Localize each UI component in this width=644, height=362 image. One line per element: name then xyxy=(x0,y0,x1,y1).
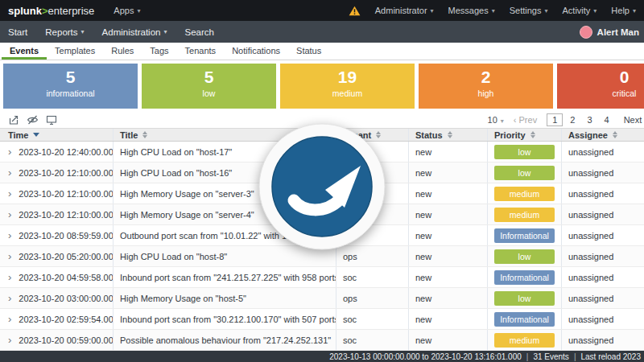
title-cell: High CPU Load on "host-8" xyxy=(113,246,336,266)
time-value: 2023-10-20 12:10:00.000 xyxy=(19,210,113,220)
table-row[interactable]: ›2023-10-20 08:59:59.000Outbound port sc… xyxy=(0,225,644,246)
administrator-menu[interactable]: Administrator▾ xyxy=(375,6,434,15)
table-row[interactable]: ›2023-10-20 12:10:00.000High CPU Load on… xyxy=(0,162,644,183)
page-button-2[interactable]: 2 xyxy=(565,114,580,125)
expand-chevron-icon[interactable]: › xyxy=(8,293,11,303)
card-label: high xyxy=(419,88,553,98)
expand-chevron-icon[interactable]: › xyxy=(8,167,11,178)
assignee-cell: unassigned xyxy=(561,183,644,204)
tab-notifications[interactable]: Notifications xyxy=(224,43,288,60)
table-row[interactable]: ›2023-10-20 05:20:00.000High CPU Load on… xyxy=(0,246,644,267)
time-value: 2023-10-20 05:20:00.000 xyxy=(19,252,113,261)
time-value: 2023-10-20 08:59:59.000 xyxy=(19,231,113,241)
time-value: 2023-10-20 12:10:00.000 xyxy=(19,168,113,178)
nav-item-administration-label: Administration xyxy=(102,27,161,37)
messages-menu[interactable]: Messages▾ xyxy=(448,6,495,15)
app-title-label: Alert Man xyxy=(597,27,639,37)
expand-chevron-icon[interactable]: › xyxy=(8,209,11,220)
card-low[interactable]: 5 low xyxy=(142,64,276,109)
time-cell: ›2023-10-20 05:20:00.000 xyxy=(0,246,113,266)
table-body: ›2023-10-20 12:40:00.000High CPU Load on… xyxy=(0,142,644,351)
page-button-1[interactable]: 1 xyxy=(547,113,563,126)
app-title: Alert Man xyxy=(580,26,639,39)
nav-item-search[interactable]: Search xyxy=(184,27,213,37)
table-row[interactable]: ›2023-10-20 02:59:54.000Inbound port sca… xyxy=(0,309,644,330)
page-button-4[interactable]: 4 xyxy=(600,114,614,125)
card-informational[interactable]: 5 informational xyxy=(3,64,138,109)
activity-menu[interactable]: Activity▾ xyxy=(563,6,597,15)
card-critical[interactable]: 0 critical xyxy=(557,64,644,109)
chevron-down-icon: ▾ xyxy=(492,7,495,14)
nav-item-reports-label: Reports xyxy=(45,27,77,37)
expand-chevron-icon[interactable]: › xyxy=(8,146,11,157)
column-header-priority[interactable]: Priority xyxy=(487,129,561,141)
tab-rules[interactable]: Rules xyxy=(103,43,142,60)
table-row[interactable]: ›2023-10-20 03:00:00.000High Memory Usag… xyxy=(0,288,644,309)
tab-templates[interactable]: Templates xyxy=(47,43,103,60)
expand-chevron-icon[interactable]: › xyxy=(8,335,11,345)
settings-menu[interactable]: Settings▾ xyxy=(510,6,548,15)
card-medium[interactable]: 19 medium xyxy=(280,64,415,109)
help-menu[interactable]: Help▾ xyxy=(611,6,636,15)
time-value: 2023-10-20 12:10:00.000 xyxy=(19,189,113,199)
nav-item-administration[interactable]: Administration▾ xyxy=(102,27,167,37)
page-button-3[interactable]: 3 xyxy=(582,114,597,125)
expand-chevron-icon[interactable]: › xyxy=(8,272,11,282)
tab-tags[interactable]: Tags xyxy=(142,43,176,60)
column-header-tenant[interactable]: Tenant xyxy=(336,129,408,141)
column-label: Time xyxy=(8,130,28,140)
tab-status[interactable]: Status xyxy=(288,43,329,60)
status-cell: new xyxy=(408,330,487,350)
page-size-select[interactable]: 10▾ xyxy=(488,115,504,125)
next-label: Next xyxy=(624,115,642,125)
expand-chevron-icon[interactable]: › xyxy=(8,314,11,324)
warning-icon[interactable] xyxy=(349,6,361,16)
column-header-time[interactable]: Time xyxy=(0,129,113,141)
column-label: Tenant xyxy=(343,130,371,140)
title-cell: High Memory Usage on "server-3" xyxy=(113,183,336,204)
column-header-title[interactable]: Title xyxy=(113,129,336,141)
app-nav-bar: Start Reports▾ Administration▾ Search Al… xyxy=(0,21,644,43)
status-cell: new xyxy=(408,225,487,245)
tenant-cell xyxy=(336,183,408,204)
prev-page-button[interactable]: ‹ Prev xyxy=(514,115,537,125)
separator: | xyxy=(526,352,529,361)
tab-events[interactable]: Events xyxy=(2,43,47,60)
next-page-button[interactable]: Next › xyxy=(624,115,644,125)
priority-cell: low xyxy=(487,142,561,162)
time-cell: ›2023-10-20 00:59:00.000 xyxy=(0,330,113,350)
table-row[interactable]: ›2023-10-20 00:59:00.000Possible anomalo… xyxy=(0,330,644,351)
export-icon[interactable] xyxy=(8,114,19,125)
nav-item-start[interactable]: Start xyxy=(8,27,27,37)
column-header-status[interactable]: Status xyxy=(408,129,487,141)
chevron-down-icon: ▾ xyxy=(501,117,504,125)
expand-chevron-icon[interactable]: › xyxy=(8,251,11,261)
splunk-logo: splunk>enterprise xyxy=(8,5,94,17)
status-bar: 2023-10-13 00:00:00.000 to 2023-10-20 13… xyxy=(0,351,644,362)
assignee-cell: unassigned xyxy=(561,267,644,287)
expand-chevron-icon[interactable]: › xyxy=(8,230,11,241)
table-row[interactable]: ›2023-10-20 12:10:00.000High Memory Usag… xyxy=(0,204,644,225)
nav-item-reports[interactable]: Reports▾ xyxy=(45,27,84,37)
priority-badge: Informational xyxy=(494,228,555,243)
top-nav-bar: splunk>enterprise Apps▾ Administrator▾ M… xyxy=(0,0,644,21)
title-cell: High CPU Load on "host-17" xyxy=(113,142,336,162)
display-icon[interactable] xyxy=(46,114,57,125)
table-row[interactable]: ›2023-10-20 12:40:00.000High CPU Load on… xyxy=(0,142,644,162)
eye-off-icon[interactable] xyxy=(27,114,39,125)
priority-cell: low xyxy=(487,162,561,183)
messages-menu-label: Messages xyxy=(448,6,489,15)
time-value: 2023-10-20 03:00:00.000 xyxy=(19,294,113,303)
chevron-down-icon: ▾ xyxy=(81,28,85,35)
table-row[interactable]: ›2023-10-20 12:10:00.000High Memory Usag… xyxy=(0,183,644,204)
apps-menu[interactable]: Apps▾ xyxy=(114,6,140,15)
tab-tenants[interactable]: Tenants xyxy=(177,43,225,60)
assignee-cell: unassigned xyxy=(561,162,644,183)
table-row[interactable]: ›2023-10-20 04:59:58.000Inbound port sca… xyxy=(0,267,644,288)
card-high[interactable]: 2 high xyxy=(419,64,553,109)
assignee-cell: unassigned xyxy=(561,225,644,245)
nav-item-start-label: Start xyxy=(8,27,27,37)
expand-chevron-icon[interactable]: › xyxy=(8,188,11,199)
column-header-assignee[interactable]: Assignee xyxy=(561,129,644,141)
card-count: 5 xyxy=(142,68,276,86)
